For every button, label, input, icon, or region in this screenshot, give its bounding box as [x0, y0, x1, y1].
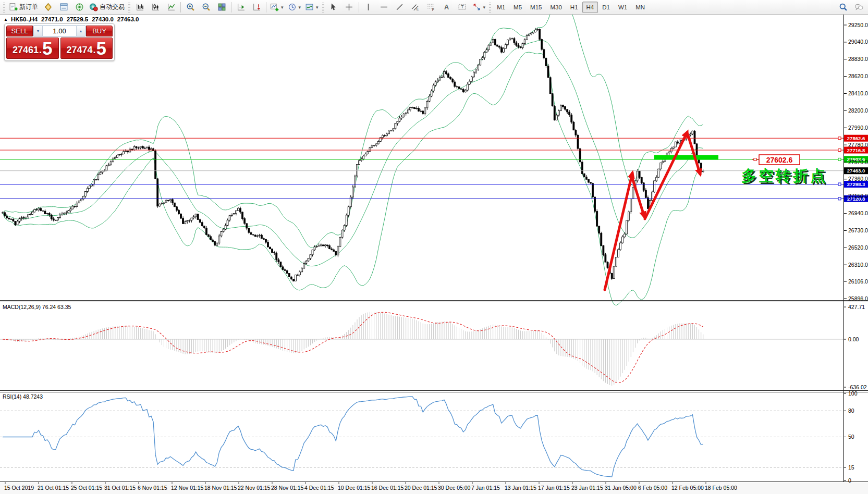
- volume-increase-button[interactable]: ▲: [76, 26, 85, 36]
- timeframe-m1-button[interactable]: M1: [493, 2, 509, 13]
- zoom-in-button[interactable]: [182, 1, 198, 14]
- chart-shift-icon: [237, 3, 246, 11]
- price-level-lines[interactable]: 27862.627716.827602.627463.027298.327120…: [0, 135, 868, 202]
- svg-text:29040.0: 29040.0: [848, 39, 868, 45]
- svg-text:T: T: [461, 4, 463, 9]
- volume-control: ▼ ▲: [33, 26, 85, 36]
- tile-windows-button[interactable]: [214, 1, 229, 14]
- toolbar-grip[interactable]: [489, 2, 491, 13]
- svg-text:A: A: [444, 3, 449, 11]
- data-window-button[interactable]: [56, 1, 71, 14]
- svg-text:27150.0: 27150.0: [848, 193, 868, 199]
- sell-price-button[interactable]: 27461.5: [6, 38, 59, 59]
- timeframe-d1-button[interactable]: D1: [598, 2, 614, 13]
- timeframe-m15-button[interactable]: M15: [526, 2, 546, 13]
- search-button[interactable]: [835, 1, 851, 14]
- chat-icon: [854, 3, 863, 11]
- svg-text:30 Dec 05:00: 30 Dec 05:00: [438, 485, 471, 491]
- cursor-button[interactable]: [326, 1, 341, 14]
- crosshair-button[interactable]: [341, 1, 357, 14]
- svg-text:27780.0: 27780.0: [848, 142, 868, 148]
- svg-text:7 Jan 01:15: 7 Jan 01:15: [471, 485, 500, 491]
- svg-text:20 Dec 01:15: 20 Dec 01:15: [405, 485, 437, 491]
- text-label-button[interactable]: T: [455, 1, 470, 14]
- sell-price-pip: 5: [42, 39, 52, 58]
- volume-input[interactable]: [43, 26, 76, 36]
- tile-windows-icon: [217, 3, 226, 11]
- hline-icon: [380, 3, 388, 11]
- timeframe-mn-button[interactable]: MN: [631, 2, 649, 13]
- sell-button[interactable]: SELL: [6, 26, 33, 36]
- trendline-button[interactable]: [392, 1, 408, 14]
- auto-scroll-button[interactable]: [249, 1, 264, 14]
- new-chart-button[interactable]: ▾: [268, 1, 286, 14]
- text-label-icon: T: [458, 3, 467, 11]
- fibonacci-button[interactable]: F: [423, 1, 439, 14]
- equidistant-channel-button[interactable]: E: [408, 1, 423, 14]
- trading-platform-window: { "toolbar": { "dd_glyph": "▾", "buttons…: [0, 0, 868, 494]
- chat-button[interactable]: [851, 1, 866, 14]
- svg-text:26520.0: 26520.0: [848, 244, 868, 251]
- dropdown-arrow-icon[interactable]: ▾: [299, 5, 301, 10]
- bar-chart-button[interactable]: [132, 1, 148, 14]
- dropdown-arrow-icon[interactable]: ▾: [316, 5, 319, 10]
- zoom-in-icon: [186, 3, 195, 11]
- svg-text:0.00: 0.00: [848, 336, 859, 342]
- auto-trading-button[interactable]: 自动交易: [87, 1, 127, 14]
- svg-text:16 Dec 01:15: 16 Dec 01:15: [371, 485, 404, 491]
- pivot-highlight-bar[interactable]: [654, 155, 718, 160]
- dropdown-arrow-icon[interactable]: ▾: [483, 5, 486, 10]
- crosshair-icon: [345, 3, 353, 11]
- svg-text:18 Nov 01:15: 18 Nov 01:15: [204, 485, 237, 491]
- svg-text:27463.0: 27463.0: [847, 168, 865, 174]
- toolbar-separator: [359, 2, 359, 13]
- svg-text:6 Nov 01:15: 6 Nov 01:15: [138, 485, 167, 491]
- chart-annotations[interactable]: 27602.6 多空转折点 多空转折点 MACD(12,26,9) 76.24 …: [3, 132, 829, 400]
- svg-text:E: E: [417, 7, 419, 11]
- svg-text:4 Dec 01:15: 4 Dec 01:15: [304, 485, 334, 491]
- zoom-out-button[interactable]: [198, 1, 214, 14]
- buy-price-button[interactable]: 27474.5: [60, 38, 113, 59]
- templates-button[interactable]: ▾: [303, 1, 321, 14]
- text-button[interactable]: A: [439, 1, 455, 14]
- timeframe-m5-button[interactable]: M5: [509, 2, 526, 13]
- svg-text:22 Nov 01:15: 22 Nov 01:15: [238, 485, 271, 491]
- svg-text:427.71: 427.71: [848, 304, 865, 310]
- dropdown-arrow-icon[interactable]: ▾: [281, 5, 284, 10]
- horizontal-line-button[interactable]: [376, 1, 392, 14]
- vertical-line-button[interactable]: [361, 1, 376, 14]
- svg-text:27990.0: 27990.0: [848, 125, 868, 131]
- chart-candles-icon: [151, 3, 160, 11]
- market-watch-button[interactable]: [40, 1, 56, 14]
- auto-trading-icon: [89, 3, 98, 11]
- timeframe-m30-button[interactable]: M30: [546, 2, 566, 13]
- toolbar-grip[interactable]: [322, 2, 324, 13]
- timeframe-h4-button[interactable]: H4: [582, 2, 598, 13]
- volume-decrease-button[interactable]: ▼: [34, 26, 43, 36]
- ohlc-open: 27471.0: [41, 16, 63, 22]
- line-chart-button[interactable]: [163, 1, 179, 14]
- arrows-button[interactable]: ▾: [470, 1, 488, 14]
- sell-price-main: 27461: [13, 42, 39, 58]
- buy-price-main: 27474: [66, 42, 92, 58]
- symbol-timeframe: HK50-,H4: [11, 16, 38, 22]
- buy-button[interactable]: BUY: [86, 26, 113, 36]
- collapse-panel-toggle[interactable]: ▲: [4, 17, 8, 22]
- svg-text:29250.0: 29250.0: [848, 22, 868, 28]
- price-axis[interactable]: 29250.029040.028830.028620.028410.028200…: [843, 22, 868, 484]
- candle-chart-button[interactable]: [148, 1, 163, 14]
- timeframe-w1-button[interactable]: W1: [614, 2, 631, 13]
- toolbar-grip[interactable]: [3, 2, 5, 13]
- new-order-button[interactable]: 新订单: [7, 1, 40, 14]
- timeframe-h1-button[interactable]: H1: [566, 2, 582, 13]
- svg-text:31 Oct 01:15: 31 Oct 01:15: [104, 485, 136, 491]
- profiles-button[interactable]: ▾: [286, 1, 303, 14]
- navigator-button[interactable]: [71, 1, 87, 14]
- toolbar-grip[interactable]: [128, 2, 130, 13]
- templates-icon: [305, 3, 314, 11]
- macd-label: MACD(12,26,9) 76.24 63.35: [3, 304, 71, 310]
- zigzag-arrow-up-2[interactable]: [645, 132, 687, 219]
- chart-area[interactable]: 27862.627716.827602.627463.027298.327120…: [0, 0, 868, 494]
- chart-shift-button[interactable]: [233, 1, 249, 14]
- ohlc-low: 27430.0: [92, 16, 114, 22]
